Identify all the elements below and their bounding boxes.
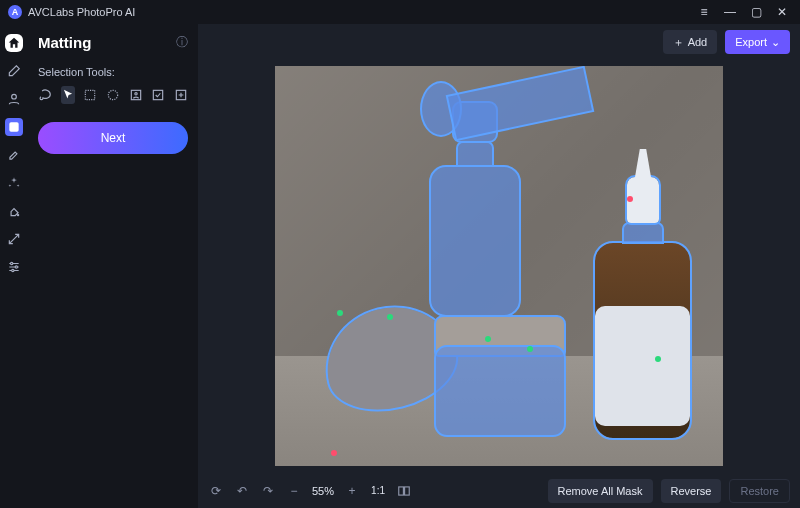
main-area: ＋ Add Export ⌄ xyxy=(198,24,800,508)
subject-icon xyxy=(129,88,143,102)
mask-bottle-left xyxy=(430,166,520,316)
tool-lasso[interactable] xyxy=(38,86,53,104)
restore-button[interactable]: Restore xyxy=(729,479,790,503)
rail-adjust[interactable] xyxy=(5,258,23,276)
rotate-icon[interactable]: ⟳ xyxy=(208,483,224,499)
brush-icon xyxy=(7,148,21,162)
chevron-down-icon: ⌄ xyxy=(771,36,780,49)
export-button-label: Export xyxy=(735,36,767,48)
sparkle-group-icon xyxy=(7,176,21,190)
undo-icon[interactable]: ↶ xyxy=(234,483,250,499)
canvas-footer: ⟳ ↶ ↷ − 55% + 1:1 Remove All Mask Revers… xyxy=(198,472,800,508)
tool-rail xyxy=(0,24,28,508)
zoom-value: 55% xyxy=(312,485,334,497)
svg-rect-13 xyxy=(405,486,410,494)
next-button[interactable]: Next xyxy=(38,122,188,154)
add-button[interactable]: ＋ Add xyxy=(663,30,718,54)
rail-scale[interactable] xyxy=(5,230,23,248)
selection-tools xyxy=(38,86,188,104)
app-logo: A xyxy=(8,5,22,19)
tool-add-select[interactable] xyxy=(173,86,188,104)
info-icon[interactable]: ⓘ xyxy=(176,34,188,51)
eraser-icon xyxy=(7,64,21,78)
svg-rect-10 xyxy=(154,90,163,99)
selection-tools-label: Selection Tools: xyxy=(38,66,188,78)
exclude-point[interactable] xyxy=(331,450,337,456)
canvas-wrap xyxy=(198,60,800,472)
fit-button[interactable]: 1:1 xyxy=(370,483,386,499)
panel-title: Matting xyxy=(38,34,91,51)
titlebar: A AVCLabs PhotoPro AI ≡ — ▢ ✕ xyxy=(0,0,800,24)
tool-magic[interactable] xyxy=(151,86,166,104)
canvas[interactable] xyxy=(275,66,723,466)
include-point[interactable] xyxy=(485,336,491,342)
rail-brush[interactable] xyxy=(5,146,23,164)
svg-rect-6 xyxy=(86,90,95,99)
compare-icon[interactable] xyxy=(396,483,412,499)
mask-bottle-left-neck xyxy=(457,142,493,166)
svg-point-4 xyxy=(15,266,17,268)
svg-point-2 xyxy=(18,215,19,216)
tool-pointer[interactable] xyxy=(61,86,76,104)
include-point[interactable] xyxy=(387,314,393,320)
include-point[interactable] xyxy=(337,310,343,316)
include-point[interactable] xyxy=(655,356,661,362)
zoom-in-button[interactable]: + xyxy=(344,483,360,499)
hamburger-icon[interactable]: ≡ xyxy=(694,2,714,22)
maximize-icon[interactable]: ▢ xyxy=(746,2,766,22)
redo-icon[interactable]: ↷ xyxy=(260,483,276,499)
add-select-icon xyxy=(174,88,188,102)
mask-bottle-right-neck xyxy=(623,223,663,243)
svg-point-7 xyxy=(108,90,117,99)
rail-colorfill[interactable] xyxy=(5,202,23,220)
side-panel: Matting ⓘ Selection Tools: Next xyxy=(28,24,198,508)
tool-ellipse-select[interactable] xyxy=(106,86,121,104)
mask-jar xyxy=(435,346,565,436)
exclude-point[interactable] xyxy=(627,196,633,202)
close-icon[interactable]: ✕ xyxy=(772,2,792,22)
svg-point-5 xyxy=(12,269,14,271)
rect-select-icon xyxy=(83,88,97,102)
rail-home[interactable] xyxy=(5,34,23,52)
matting-icon xyxy=(7,120,21,134)
minimize-icon[interactable]: — xyxy=(720,2,740,22)
lasso-icon xyxy=(38,88,52,102)
remove-all-mask-button[interactable]: Remove All Mask xyxy=(548,479,653,503)
reverse-button[interactable]: Reverse xyxy=(661,479,722,503)
svg-rect-1 xyxy=(9,122,18,131)
rail-eraser[interactable] xyxy=(5,62,23,80)
zoom-out-button[interactable]: − xyxy=(286,483,302,499)
svg-point-3 xyxy=(11,262,13,264)
main-topbar: ＋ Add Export ⌄ xyxy=(198,24,800,60)
add-button-label: Add xyxy=(688,36,708,48)
pointer-icon xyxy=(61,88,75,102)
app-title: AVCLabs PhotoPro AI xyxy=(28,6,135,18)
face-icon xyxy=(7,92,21,106)
svg-point-0 xyxy=(12,94,17,99)
rail-matting[interactable] xyxy=(5,118,23,136)
tool-rect-select[interactable] xyxy=(83,86,98,104)
ellipse-select-icon xyxy=(106,88,120,102)
bottle-right-label xyxy=(595,306,690,426)
plus-icon: ＋ xyxy=(673,35,684,50)
rail-sparkle[interactable] xyxy=(5,174,23,192)
svg-rect-12 xyxy=(399,486,404,494)
adjust-icon xyxy=(7,260,21,274)
color-fill-icon xyxy=(7,204,21,218)
tool-subject[interactable] xyxy=(128,86,143,104)
home-icon xyxy=(7,36,21,50)
scale-icon xyxy=(7,232,21,246)
magic-select-icon xyxy=(151,88,165,102)
svg-point-9 xyxy=(134,93,136,95)
export-button[interactable]: Export ⌄ xyxy=(725,30,790,54)
include-point[interactable] xyxy=(527,346,533,352)
rail-face[interactable] xyxy=(5,90,23,108)
